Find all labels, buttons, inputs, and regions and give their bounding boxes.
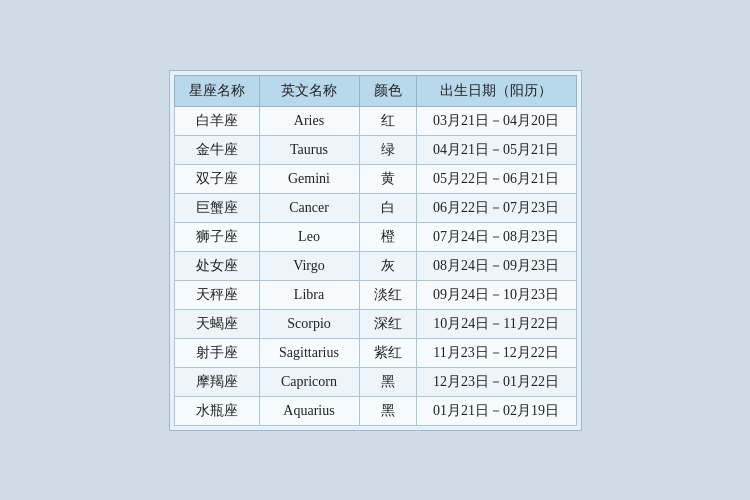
cell-english: Scorpio bbox=[259, 309, 359, 338]
table-row: 天蝎座Scorpio深红10月24日－11月22日 bbox=[174, 309, 576, 338]
table-row: 水瓶座Aquarius黑01月21日－02月19日 bbox=[174, 396, 576, 425]
cell-color: 深红 bbox=[359, 309, 416, 338]
table-row: 巨蟹座Cancer白06月22日－07月23日 bbox=[174, 193, 576, 222]
cell-color: 黑 bbox=[359, 396, 416, 425]
cell-english: Libra bbox=[259, 280, 359, 309]
table-row: 射手座Sagittarius紫红11月23日－12月22日 bbox=[174, 338, 576, 367]
table-row: 双子座Gemini黄05月22日－06月21日 bbox=[174, 164, 576, 193]
table-row: 摩羯座Capricorn黑12月23日－01月22日 bbox=[174, 367, 576, 396]
cell-dates: 09月24日－10月23日 bbox=[416, 280, 576, 309]
cell-dates: 10月24日－11月22日 bbox=[416, 309, 576, 338]
cell-chinese: 巨蟹座 bbox=[174, 193, 259, 222]
cell-chinese: 摩羯座 bbox=[174, 367, 259, 396]
zodiac-table: 星座名称 英文名称 颜色 出生日期（阳历） 白羊座Aries红03月21日－04… bbox=[174, 75, 577, 426]
cell-english: Capricorn bbox=[259, 367, 359, 396]
cell-dates: 04月21日－05月21日 bbox=[416, 135, 576, 164]
cell-english: Gemini bbox=[259, 164, 359, 193]
cell-dates: 11月23日－12月22日 bbox=[416, 338, 576, 367]
cell-color: 橙 bbox=[359, 222, 416, 251]
cell-dates: 01月21日－02月19日 bbox=[416, 396, 576, 425]
cell-chinese: 射手座 bbox=[174, 338, 259, 367]
cell-chinese: 金牛座 bbox=[174, 135, 259, 164]
cell-chinese: 水瓶座 bbox=[174, 396, 259, 425]
cell-color: 绿 bbox=[359, 135, 416, 164]
zodiac-table-container: 星座名称 英文名称 颜色 出生日期（阳历） 白羊座Aries红03月21日－04… bbox=[169, 70, 582, 431]
cell-dates: 08月24日－09月23日 bbox=[416, 251, 576, 280]
cell-english: Aries bbox=[259, 106, 359, 135]
cell-dates: 03月21日－04月20日 bbox=[416, 106, 576, 135]
cell-english: Virgo bbox=[259, 251, 359, 280]
cell-color: 黄 bbox=[359, 164, 416, 193]
table-header-row: 星座名称 英文名称 颜色 出生日期（阳历） bbox=[174, 75, 576, 106]
cell-dates: 12月23日－01月22日 bbox=[416, 367, 576, 396]
cell-dates: 07月24日－08月23日 bbox=[416, 222, 576, 251]
cell-color: 红 bbox=[359, 106, 416, 135]
table-row: 白羊座Aries红03月21日－04月20日 bbox=[174, 106, 576, 135]
cell-english: Cancer bbox=[259, 193, 359, 222]
cell-color: 白 bbox=[359, 193, 416, 222]
header-chinese: 星座名称 bbox=[174, 75, 259, 106]
cell-english: Aquarius bbox=[259, 396, 359, 425]
cell-chinese: 天秤座 bbox=[174, 280, 259, 309]
cell-chinese: 双子座 bbox=[174, 164, 259, 193]
cell-english: Sagittarius bbox=[259, 338, 359, 367]
cell-dates: 06月22日－07月23日 bbox=[416, 193, 576, 222]
cell-english: Taurus bbox=[259, 135, 359, 164]
cell-color: 黑 bbox=[359, 367, 416, 396]
cell-english: Leo bbox=[259, 222, 359, 251]
table-row: 天秤座Libra淡红09月24日－10月23日 bbox=[174, 280, 576, 309]
header-color: 颜色 bbox=[359, 75, 416, 106]
table-row: 狮子座Leo橙07月24日－08月23日 bbox=[174, 222, 576, 251]
cell-color: 紫红 bbox=[359, 338, 416, 367]
cell-dates: 05月22日－06月21日 bbox=[416, 164, 576, 193]
cell-chinese: 处女座 bbox=[174, 251, 259, 280]
cell-chinese: 天蝎座 bbox=[174, 309, 259, 338]
header-english: 英文名称 bbox=[259, 75, 359, 106]
table-row: 金牛座Taurus绿04月21日－05月21日 bbox=[174, 135, 576, 164]
header-date: 出生日期（阳历） bbox=[416, 75, 576, 106]
cell-color: 淡红 bbox=[359, 280, 416, 309]
cell-color: 灰 bbox=[359, 251, 416, 280]
cell-chinese: 狮子座 bbox=[174, 222, 259, 251]
cell-chinese: 白羊座 bbox=[174, 106, 259, 135]
table-row: 处女座Virgo灰08月24日－09月23日 bbox=[174, 251, 576, 280]
